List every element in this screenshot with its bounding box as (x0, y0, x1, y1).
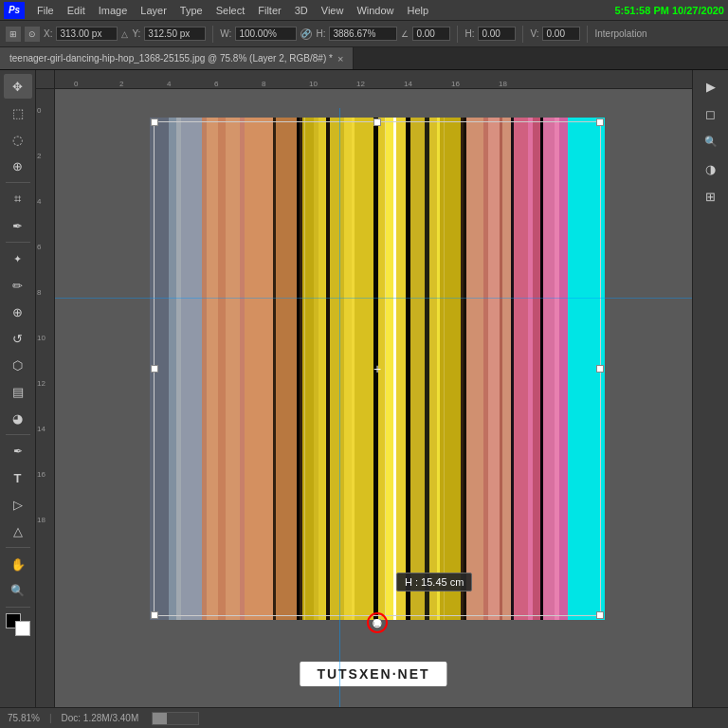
angle-icon: ∠ (401, 29, 409, 39)
h-input[interactable] (329, 27, 397, 41)
svg-rect-13 (273, 118, 276, 620)
svg-rect-54 (568, 118, 605, 620)
svg-rect-17 (300, 118, 302, 620)
text-tool[interactable]: T (4, 465, 32, 490)
h2-input[interactable] (478, 27, 516, 41)
h-label: H: (316, 28, 325, 39)
h-tick-4: 4 (167, 81, 171, 88)
search-button[interactable]: 🔍 (698, 129, 724, 154)
history-scrubber[interactable] (152, 712, 199, 725)
menu-window[interactable]: Window (350, 3, 400, 18)
transform-tooltip: H : 15.45 cm (396, 573, 472, 592)
history-button[interactable]: ◑ (698, 156, 724, 181)
navigator-button[interactable]: ◻ (698, 101, 724, 126)
move-tool[interactable]: ✥ (4, 74, 32, 99)
hand-tool[interactable]: ✋ (4, 552, 32, 576)
chain-link-icon[interactable]: 🔗 (300, 28, 312, 40)
svg-rect-19 (314, 118, 318, 620)
svg-rect-4 (176, 118, 181, 620)
menu-file[interactable]: File (30, 3, 61, 18)
tab-filename: teenager-girl-dancing-hip-hop_1368-25155… (9, 53, 333, 64)
h-tick-16: 16 (451, 81, 460, 88)
v-tick-10: 10 (37, 334, 46, 342)
play-button[interactable]: ▶ (698, 74, 724, 99)
svg-rect-52 (555, 118, 559, 620)
x-input[interactable] (56, 27, 118, 41)
svg-rect-39 (464, 118, 466, 620)
svg-rect-26 (373, 118, 378, 620)
svg-rect-42 (488, 118, 500, 620)
path-selection-tool[interactable]: ▷ (4, 492, 32, 517)
zoom-level[interactable]: 75.81% (8, 713, 40, 723)
dodge-tool[interactable]: ◕ (4, 406, 32, 430)
menu-edit[interactable]: Edit (61, 3, 92, 18)
svg-rect-3 (169, 118, 176, 620)
gradient-tool[interactable]: ▤ (4, 379, 32, 404)
menu-select[interactable]: Select (209, 3, 252, 18)
tool-separator-1 (6, 182, 30, 183)
rectangular-marquee-tool[interactable]: ⬚ (4, 100, 32, 125)
h-tick-12: 12 (356, 81, 365, 88)
zoom-tool[interactable]: 🔍 (4, 578, 32, 603)
svg-rect-41 (483, 118, 488, 620)
brush-tool[interactable]: ✏ (4, 273, 32, 298)
menu-image[interactable]: Image (92, 3, 135, 18)
v-tick-6: 6 (37, 243, 41, 251)
menu-3d[interactable]: 3D (288, 3, 315, 18)
main-area: ✥ ⬚ ◌ ⊕ ⌗ ✒ ✦ ✏ ⊕ ↺ ⬡ ▤ ◕ ✒ T ▷ △ ✋ 🔍 (0, 70, 728, 707)
layers-button[interactable]: ⊞ (698, 184, 724, 209)
pen-tool[interactable]: ✒ (4, 439, 32, 464)
svg-rect-15 (297, 118, 300, 620)
h-tick-8: 8 (262, 81, 265, 88)
svg-rect-27 (378, 118, 386, 620)
menu-filter[interactable]: Filter (251, 3, 287, 18)
status-bar: 75.81% | Doc: 1.28M/3.40M (0, 707, 728, 728)
tooltip-text: H : 15.45 cm (405, 576, 464, 588)
svg-rect-7 (202, 118, 207, 620)
angle-input[interactable] (412, 27, 450, 41)
svg-rect-10 (226, 118, 240, 620)
lasso-tool[interactable]: ◌ (4, 127, 32, 152)
tab-bar: teenager-girl-dancing-hip-hop_1368-25155… (0, 47, 728, 70)
svg-rect-43 (500, 118, 502, 620)
menu-view[interactable]: View (315, 3, 351, 18)
tool-separator-2 (6, 242, 30, 243)
eyedropper-tool[interactable]: ✒ (4, 213, 32, 238)
w-input[interactable] (235, 27, 297, 41)
crop-tool[interactable]: ⌗ (4, 187, 32, 211)
h-tick-18: 18 (499, 81, 507, 88)
v-tick-12: 12 (37, 379, 46, 388)
artwork-layer: ⊕ H : 15.45 cm (150, 118, 605, 620)
shape-tool[interactable]: △ (4, 519, 32, 543)
delta-icon: △ (121, 29, 128, 39)
svg-rect-28 (386, 118, 393, 620)
v-tick-0: 0 (37, 106, 41, 115)
sep4 (587, 26, 588, 43)
svg-rect-30 (396, 118, 406, 620)
svg-rect-50 (540, 118, 543, 620)
handle-bottom-center[interactable]: ⊕ (373, 619, 381, 627)
svg-rect-31 (406, 118, 410, 620)
menu-type[interactable]: Type (173, 3, 209, 18)
clone-stamp-tool[interactable]: ⊕ (4, 300, 32, 324)
v-label: V: (530, 28, 538, 39)
svg-rect-2 (150, 118, 169, 620)
history-brush-tool[interactable]: ↺ (4, 326, 32, 351)
eraser-tool[interactable]: ⬡ (4, 353, 32, 377)
spot-heal-tool[interactable]: ✦ (4, 246, 32, 271)
foreground-color[interactable] (6, 613, 30, 636)
canvas-wrapper[interactable]: 0 2 4 6 8 10 12 14 16 18 0 2 4 6 8 10 12 (36, 70, 692, 707)
quick-selection-tool[interactable]: ⊕ (4, 154, 32, 178)
svg-rect-33 (425, 118, 429, 620)
v-input[interactable] (542, 27, 580, 41)
ref-point-icon[interactable]: ⊙ (25, 27, 40, 42)
sep3 (522, 26, 523, 43)
y-input[interactable] (144, 27, 206, 41)
menu-help[interactable]: Help (401, 3, 436, 18)
v-tick-2: 2 (37, 152, 41, 160)
tab-close-button[interactable]: × (337, 53, 343, 64)
left-toolbar: ✥ ⬚ ◌ ⊕ ⌗ ✒ ✦ ✏ ⊕ ↺ ⬡ ▤ ◕ ✒ T ▷ △ ✋ 🔍 (0, 70, 36, 707)
svg-rect-32 (410, 118, 425, 620)
document-tab[interactable]: teenager-girl-dancing-hip-hop_1368-25155… (0, 47, 354, 69)
menu-layer[interactable]: Layer (134, 3, 173, 18)
